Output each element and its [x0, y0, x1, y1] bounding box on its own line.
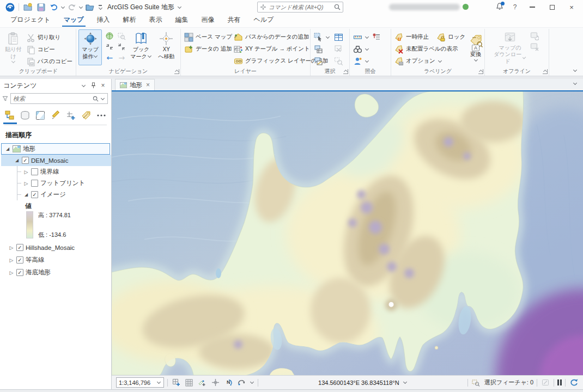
- previous-extent-icon[interactable]: ←: [104, 52, 116, 63]
- expander-collapsed-icon[interactable]: ▷: [9, 245, 14, 250]
- checkbox-checked[interactable]: ✓: [22, 157, 29, 164]
- explore-tool-button[interactable]: [352, 43, 382, 55]
- command-search[interactable]: [257, 2, 343, 13]
- undo-dropdown-chevron-icon[interactable]: [61, 4, 65, 8]
- expander-collapsed-icon[interactable]: ▷: [23, 181, 29, 186]
- list-by-selection-tab[interactable]: [35, 109, 46, 122]
- snapping-icon[interactable]: [197, 378, 207, 388]
- tree-item-dem-mosaic[interactable]: ◢ ✓ DEM_Mosaic: [1, 155, 111, 166]
- new-map-grid-icon[interactable]: [171, 378, 181, 388]
- quick-access-customize-icon[interactable]: [99, 5, 102, 9]
- rotate-options-chevron-icon[interactable]: [250, 380, 254, 384]
- tab-analysis[interactable]: 解析: [117, 14, 142, 27]
- fixed-zoom-in-icon[interactable]: [104, 41, 116, 52]
- labeling-lock-button[interactable]: ロック: [435, 31, 466, 43]
- checkbox-checked[interactable]: ✓: [16, 244, 23, 251]
- tree-item-seafloor[interactable]: ▷ ✓ 海底地形: [0, 267, 111, 278]
- contents-search[interactable]: [10, 93, 108, 104]
- list-by-editing-tab[interactable]: [50, 109, 62, 122]
- app-title-chevron-icon[interactable]: [178, 4, 181, 8]
- expander-expanded-icon[interactable]: ◢: [14, 158, 20, 163]
- identify-button[interactable]: [352, 55, 382, 67]
- expander-expanded-icon[interactable]: ◢: [5, 146, 10, 151]
- tree-item-hillshade[interactable]: ▷ ✓ Hillshade_Mosaic: [0, 242, 111, 253]
- maximize-button[interactable]: [544, 1, 560, 14]
- tree-item-boundary[interactable]: ▷ 境界線: [17, 166, 111, 177]
- pause-drawing-button[interactable]: [557, 379, 562, 385]
- select-tool-button[interactable]: [313, 31, 331, 43]
- undo-icon[interactable]: [48, 2, 59, 13]
- tab-help[interactable]: ヘルプ: [248, 14, 280, 27]
- explore-dropdown-chevron-icon[interactable]: [94, 54, 98, 58]
- convert-chevron-icon[interactable]: [474, 57, 478, 61]
- checkbox-checked[interactable]: ✓: [16, 269, 23, 276]
- scale-select[interactable]: 1:3,146,796: [116, 377, 164, 388]
- labeling-options-button[interactable]: オプション: [393, 55, 466, 67]
- fixed-zoom-out-icon[interactable]: [116, 41, 127, 52]
- select-chevron-icon[interactable]: [326, 34, 330, 38]
- tree-item-footprint[interactable]: ▷ フットプリント: [17, 177, 111, 189]
- tab-share[interactable]: 共有: [222, 14, 247, 27]
- rotate-view-icon[interactable]: [236, 378, 246, 388]
- map-canvas[interactable]: [112, 91, 583, 375]
- selection-launcher-icon[interactable]: [343, 69, 348, 74]
- tab-insert[interactable]: 挿入: [91, 14, 116, 27]
- expander-expanded-icon[interactable]: ◢: [23, 192, 29, 197]
- north-rotation-icon[interactable]: N: [223, 378, 233, 388]
- tab-list-chevron-icon[interactable]: [573, 79, 583, 90]
- add-data-button[interactable]: データの 追加: [183, 43, 231, 55]
- close-pane-icon[interactable]: ×: [98, 82, 108, 89]
- tab-map[interactable]: マップ: [58, 14, 90, 27]
- crosshair-icon[interactable]: [210, 378, 220, 388]
- map-view-tab[interactable]: 地形 ×: [115, 79, 155, 90]
- full-extent-icon[interactable]: [104, 30, 116, 41]
- checkbox-unchecked[interactable]: [31, 168, 38, 175]
- tab-imagery[interactable]: 画像: [196, 14, 221, 27]
- explore-button[interactable]: マップ 操作: [78, 29, 102, 65]
- labeling-options-chevron-icon[interactable]: [438, 58, 442, 62]
- expander-collapsed-icon[interactable]: ▷: [9, 258, 14, 263]
- identify-chevron-icon[interactable]: [365, 58, 369, 62]
- tab-edit[interactable]: 編集: [169, 14, 195, 27]
- coords-chevron-icon[interactable]: [403, 380, 407, 384]
- bookmarks-button[interactable]: ブック マーク: [129, 29, 153, 65]
- labeling-unplaced-button[interactable]: 未配置ラベルの表示: [393, 43, 466, 55]
- coordinate-readout[interactable]: 134.5600143°E 36.8345118°N: [318, 379, 408, 386]
- checkbox-unchecked[interactable]: [31, 180, 38, 187]
- tree-item-map[interactable]: ◢ 地形: [1, 143, 110, 155]
- contents-search-input[interactable]: [13, 95, 91, 102]
- notifications-bell-icon[interactable]: [494, 2, 506, 12]
- pin-icon[interactable]: [88, 82, 98, 89]
- labeling-pause-button[interactable]: 一時停止: [393, 31, 430, 43]
- pane-menu-chevron-icon[interactable]: [78, 84, 88, 88]
- labeling-launcher-icon[interactable]: [478, 69, 483, 74]
- tree-item-image[interactable]: ◢ ✓ イメージ: [17, 189, 111, 200]
- bookmarks-dropdown-chevron-icon[interactable]: [148, 54, 151, 58]
- close-button[interactable]: ×: [563, 1, 580, 14]
- select-by-attributes-button[interactable]: [313, 43, 331, 55]
- attribute-table-button[interactable]: [333, 31, 344, 43]
- minimize-button[interactable]: [524, 1, 541, 14]
- scale-chevron-icon[interactable]: [157, 380, 161, 384]
- convert-labels-button[interactable]: A 変換: [468, 31, 483, 67]
- filter-icon[interactable]: [2, 95, 8, 102]
- tree-item-contour[interactable]: ▷ ✓ 等高線: [0, 254, 111, 266]
- checkbox-checked[interactable]: ✓: [16, 256, 23, 264]
- more-tabs-button[interactable]: [95, 109, 107, 122]
- checkbox-checked[interactable]: ✓: [31, 191, 38, 198]
- expander-collapsed-icon[interactable]: ▷: [23, 169, 29, 175]
- search-options-chevron-icon[interactable]: [101, 96, 105, 100]
- offline-launcher-icon[interactable]: [543, 69, 548, 74]
- measure-chevron-icon[interactable]: [365, 34, 369, 38]
- new-project-icon[interactable]: [22, 2, 33, 13]
- select-by-location-button[interactable]: [313, 55, 331, 67]
- tab-view[interactable]: 表示: [143, 14, 168, 27]
- expander-collapsed-icon[interactable]: ▷: [9, 270, 14, 275]
- list-by-drawing-order-tab[interactable]: [4, 109, 16, 122]
- explore-tool-chevron-icon[interactable]: [365, 46, 369, 50]
- list-by-snapping-tab[interactable]: [65, 109, 76, 122]
- grid-icon[interactable]: [184, 378, 194, 388]
- open-project-icon[interactable]: [84, 2, 95, 13]
- redo-dropdown-chevron-icon[interactable]: [79, 4, 83, 8]
- refresh-button[interactable]: [569, 378, 579, 388]
